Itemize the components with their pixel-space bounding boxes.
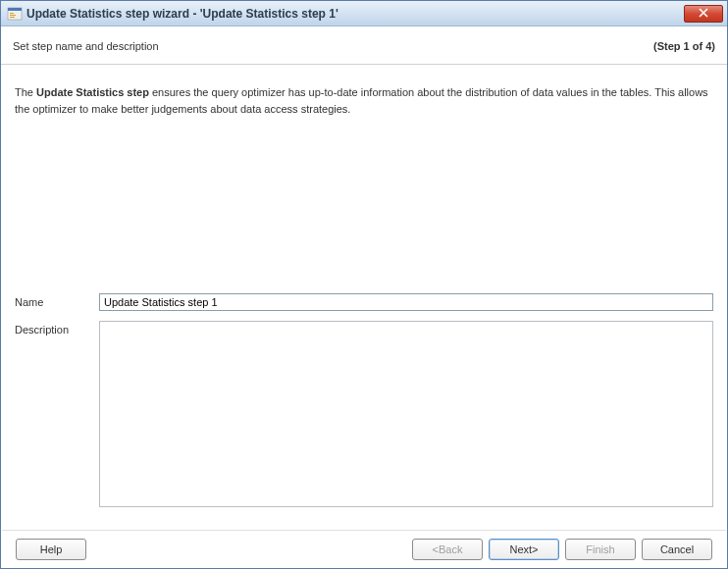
- description-row: Description: [15, 321, 713, 507]
- back-button: <Back: [412, 539, 483, 560]
- svg-rect-1: [8, 8, 22, 11]
- intro-bold: Update Statistics step: [36, 86, 149, 98]
- description-label: Description: [15, 321, 99, 507]
- name-row: Name: [15, 293, 713, 311]
- titlebar: Update Statistics step wizard - 'Update …: [1, 1, 727, 26]
- name-label: Name: [15, 293, 99, 311]
- wizard-header: Set step name and description (Step 1 of…: [1, 26, 727, 65]
- svg-rect-4: [10, 17, 15, 18]
- wizard-content: The Update Statistics step ensures the q…: [1, 65, 727, 527]
- intro-prefix: The: [15, 86, 36, 98]
- description-textarea[interactable]: [99, 321, 713, 507]
- name-input[interactable]: [99, 293, 713, 311]
- wizard-footer: Help <Back Next> Finish Cancel: [2, 530, 726, 568]
- window-body: Set step name and description (Step 1 of…: [1, 26, 727, 568]
- help-button[interactable]: Help: [16, 539, 86, 560]
- next-button[interactable]: Next>: [489, 539, 559, 560]
- intro-text: The Update Statistics step ensures the q…: [15, 84, 713, 117]
- svg-rect-2: [10, 13, 14, 14]
- wizard-subtitle: Set step name and description: [13, 40, 159, 52]
- close-button[interactable]: [684, 5, 723, 23]
- finish-button: Finish: [565, 539, 636, 560]
- close-icon: [699, 8, 708, 20]
- cancel-button[interactable]: Cancel: [642, 539, 712, 560]
- step-indicator: (Step 1 of 4): [653, 40, 715, 52]
- window-title: Update Statistics step wizard - 'Update …: [26, 7, 684, 21]
- svg-rect-3: [10, 15, 16, 16]
- app-icon: [7, 6, 23, 22]
